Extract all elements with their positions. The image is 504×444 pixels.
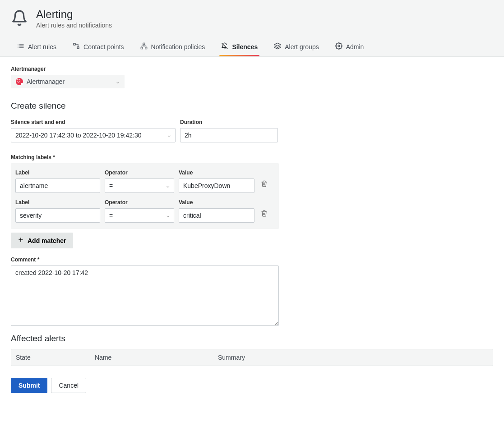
- sitemap-icon: [140, 42, 148, 51]
- tab-notification-policies[interactable]: Notification policies: [139, 39, 207, 56]
- plus-icon: [18, 237, 24, 244]
- matcher-operator-header: Operator: [105, 199, 174, 206]
- delete-matcher-button[interactable]: [259, 178, 268, 191]
- tab-contact-points[interactable]: Contact points: [71, 39, 126, 56]
- matcher-operator-header: Operator: [105, 169, 174, 176]
- duration-input[interactable]: [180, 128, 278, 142]
- col-name: Name: [95, 354, 218, 361]
- trash-icon: [261, 182, 268, 188]
- matcher-label-input[interactable]: [15, 208, 100, 223]
- matchers-box: Label Operator ⌵ Value: [11, 163, 279, 229]
- tab-label: Contact points: [83, 43, 124, 50]
- matcher-label-header: Label: [15, 199, 100, 206]
- alertmanager-label: Alertmanager: [11, 66, 493, 72]
- tab-label: Alert groups: [285, 43, 319, 50]
- tab-admin[interactable]: Admin: [333, 39, 366, 56]
- tab-silences[interactable]: Silences: [219, 39, 259, 56]
- tab-label: Alert rules: [28, 43, 56, 50]
- bell-icon: [11, 9, 28, 28]
- start-end-label: Silence start and end: [11, 119, 176, 125]
- alertmanager-value: Alertmanager: [27, 78, 65, 85]
- matcher-value-header: Value: [179, 199, 254, 206]
- matcher-operator-select[interactable]: [105, 208, 174, 223]
- tab-label: Admin: [346, 43, 364, 50]
- affected-alerts-title: Affected alerts: [11, 334, 493, 343]
- start-end-input[interactable]: [11, 128, 176, 142]
- page-title: Alerting: [36, 8, 112, 21]
- matcher-row: Label Operator ⌵ Value: [15, 199, 274, 223]
- matcher-value-input[interactable]: [179, 208, 254, 223]
- tab-alert-groups[interactable]: Alert groups: [272, 39, 320, 56]
- gear-icon: [335, 42, 342, 51]
- tab-label: Silences: [232, 43, 258, 50]
- affected-alerts-table-header: State Name Summary: [11, 349, 493, 366]
- col-state: State: [16, 354, 95, 361]
- layers-icon: [274, 42, 281, 51]
- add-matcher-label: Add matcher: [28, 237, 66, 244]
- matcher-label-input[interactable]: [15, 179, 100, 193]
- svg-marker-12: [275, 43, 281, 46]
- submit-button[interactable]: Submit: [11, 378, 47, 393]
- col-summary: Summary: [218, 354, 488, 361]
- cancel-button[interactable]: Cancel: [51, 378, 86, 393]
- matcher-value-input[interactable]: [179, 179, 254, 193]
- list-icon: [17, 42, 24, 51]
- tab-label: Notification policies: [151, 43, 205, 50]
- route-icon: [73, 42, 80, 51]
- duration-label: Duration: [180, 119, 278, 125]
- matching-labels-label: Matching labels *: [11, 154, 493, 160]
- bell-off-icon: [221, 42, 228, 51]
- alertmanager-select[interactable]: Alertmanager ⌵: [11, 75, 125, 88]
- page-header: Alerting Alert rules and notifications A…: [0, 0, 504, 57]
- chevron-down-icon: ⌵: [116, 79, 120, 85]
- matcher-label-header: Label: [15, 169, 100, 176]
- alertmanager-icon: [16, 78, 23, 85]
- tabs: Alert rules Contact points Notification …: [11, 39, 493, 56]
- matcher-value-header: Value: [179, 169, 254, 176]
- matcher-row: Label Operator ⌵ Value: [15, 169, 274, 193]
- trash-icon: [261, 211, 268, 218]
- delete-matcher-button[interactable]: [259, 207, 268, 221]
- create-silence-title: Create silence: [11, 101, 493, 111]
- tab-alert-rules[interactable]: Alert rules: [15, 39, 58, 56]
- comment-textarea[interactable]: [11, 265, 279, 326]
- matcher-operator-select[interactable]: [105, 179, 174, 193]
- svg-point-13: [338, 45, 340, 47]
- add-matcher-button[interactable]: Add matcher: [11, 233, 73, 248]
- page-subtitle: Alert rules and notifications: [36, 22, 112, 29]
- comment-label: Comment *: [11, 256, 493, 263]
